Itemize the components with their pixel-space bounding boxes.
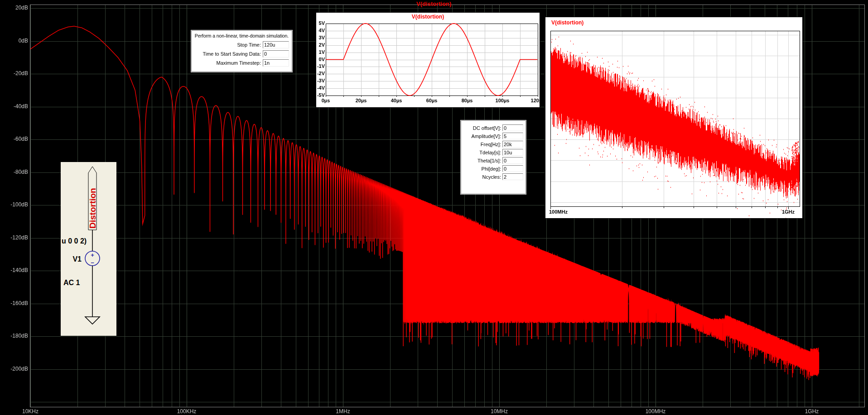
y-axis-label: -40dB [1,103,28,110]
plus-sign: + [91,252,94,258]
x-axis-label: 1MHz [323,408,363,415]
y-axis-label: -200dB [1,366,28,372]
tdelay-label: Tdelay[s]: [479,150,501,155]
time-y-axis-label: 1V [316,49,325,55]
transient-dialog: Perform a non-linear, time-domain simula… [191,30,292,72]
sine-row-theta: Theta[1/s]: [461,157,523,164]
transient-row-start-saving: Time to Start Saving Data: [192,50,289,57]
y-axis-label: -160dB [1,300,28,306]
x-axis-label: 100KHz [166,408,207,415]
fft-inset-title: V(distortion) [551,19,583,26]
minus-sign: − [91,259,94,266]
x-axis-label: 10MHz [479,408,520,415]
time-y-axis-label: 5V [316,20,325,26]
max-timestep-input[interactable] [263,59,289,67]
x-axis-label: 10KHz [10,408,51,415]
transient-dialog-title: Perform a non-linear, time-domain simula… [192,31,292,40]
phi-input[interactable] [502,165,523,172]
time-x-axis-label: 80µs [456,98,478,103]
time-y-axis-label: -3V [316,78,325,83]
time-domain-inset: V(distortion) 5V4V3V2V1V0V-1V-2V-3V-4V-5… [316,12,540,108]
sine-row-freq: Freq[Hz]: [461,141,523,148]
transient-row-max-timestep: Maximum Timestep: [192,59,289,67]
sine-row-tdelay: Tdelay[s]: [461,149,523,156]
start-saving-label: Time to Start Saving Data: [203,51,261,57]
stop-time-input[interactable] [263,41,289,48]
sine-row-ncycles: Ncycles: [461,173,523,180]
ac-spec-text[interactable]: AC 1 [63,279,80,286]
y-axis-label: -100dB [1,201,28,208]
time-y-axis-label: 4V [316,28,325,33]
time-y-axis-label: 0V [316,57,325,62]
time-y-axis-label: 2V [316,42,325,48]
y-axis-label: -140dB [1,267,28,273]
time-x-axis-label: 100µs [492,98,513,103]
y-axis-label: -60dB [1,136,28,142]
dc-offset-input[interactable] [502,124,523,131]
x-axis-label: 1GHz [791,408,832,415]
transient-row-stop-time: Stop Time: [192,41,289,48]
max-timestep-label: Maximum Timestep: [217,60,261,66]
time-domain-plot[interactable] [316,13,540,107]
freq-label: Freq[Hz]: [481,142,501,147]
theta-label: Theta[1/s]: [477,158,501,163]
fft-zoom-plot[interactable] [545,17,802,218]
y-axis-label: -80dB [1,169,28,175]
designator-text[interactable]: V1 [72,255,82,263]
ncycles-input[interactable] [502,173,523,180]
stop-time-label: Stop Time: [237,42,261,48]
main-plot-title: V(distortion) [0,0,868,7]
dc-offset-label: DC offset[V]: [473,125,501,131]
freq-input[interactable] [502,141,523,148]
time-y-axis-label: -5V [316,92,325,98]
net-label-text[interactable]: Distortion [88,188,97,229]
time-y-axis-label: -4V [316,85,325,91]
fft-x-axis-label: 100MHz [549,209,568,215]
time-x-axis-label: 20µs [350,98,372,103]
fft-zoom-inset: V(distortion) 100MHz1GHz [545,17,803,219]
amplitude-label: Amplitude[V]: [472,134,501,139]
y-axis-label: 20dB [1,5,28,11]
ltspice-window: V(distortion) 20dB0dB-20dB-40dB-60dB-80d… [0,0,868,415]
time-inset-title: V(distortion) [316,14,540,20]
tdelay-input[interactable] [502,149,523,156]
sine-source-dialog: DC offset[V]: Amplitude[V]: Freq[Hz]: Td… [461,120,526,194]
schematic-svg: Distortion u 0 0 2) + − V1 AC 1 [61,162,116,336]
phi-label: Phi[deg]: [482,166,501,172]
time-x-axis-label: 40µs [386,98,407,103]
sine-row-dc-offset: DC offset[V]: [461,124,523,131]
y-axis-label: -180dB [1,333,28,339]
amplitude-input[interactable] [502,133,523,139]
time-x-axis-label: 0µs [315,98,337,103]
time-y-axis-label: -2V [316,71,325,76]
time-y-axis-label: 3V [316,35,325,40]
y-axis-label: 0dB [1,38,28,44]
time-x-axis-label: 60µs [421,98,443,103]
schematic-snippet: Distortion u 0 0 2) + − V1 AC 1 [61,162,116,336]
fft-x-axis-label: 1GHz [776,209,801,215]
sine-row-phi: Phi[deg]: [461,165,523,172]
x-axis-label: 100MHz [635,408,676,415]
time-y-axis-label: -1V [316,63,325,69]
start-saving-input[interactable] [263,50,289,57]
ground-symbol[interactable] [85,317,100,324]
ncycles-label: Ncycles: [482,174,501,180]
spice-directive-partial-text: u 0 0 2) [62,237,87,245]
y-axis-label: -120dB [1,234,28,241]
theta-input[interactable] [502,157,523,164]
y-axis-label: -20dB [1,70,28,76]
sine-row-amplitude: Amplitude[V]: [461,133,523,139]
